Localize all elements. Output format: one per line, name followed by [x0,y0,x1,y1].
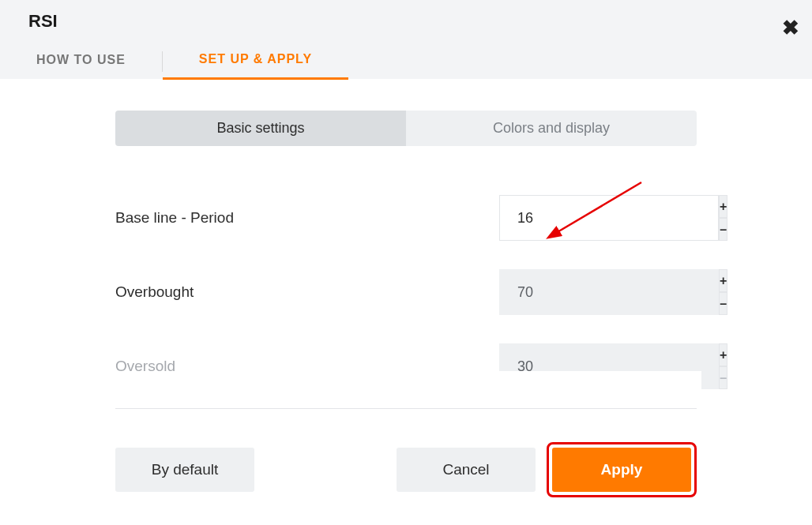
overbought-plus-button[interactable]: + [719,269,727,292]
overbought-label: Overbought [115,283,194,301]
tab-setup-apply[interactable]: SET UP & APPLY [163,44,348,80]
dialog-title: RSI [28,11,784,44]
by-default-button[interactable]: By default [115,448,254,492]
oversold-plus-button[interactable]: + [719,343,727,366]
tab-how-to-use[interactable]: HOW TO USE [28,45,162,78]
oversold-row-cutoff-overlay [118,371,701,390]
cancel-button[interactable]: Cancel [397,448,536,492]
settings-segmented: Basic settings Colors and display [115,111,697,146]
dialog-body: Basic settings Colors and display Base l… [0,79,812,497]
dialog-tabs: HOW TO USE SET UP & APPLY [28,44,784,79]
baseline-input[interactable] [499,195,719,241]
field-baseline-period: Base line - Period + – [115,195,697,241]
segment-basic-settings[interactable]: Basic settings [115,111,406,146]
overbought-stepper: + – [499,269,697,315]
actions-row: By default Cancel Apply [115,442,697,497]
dialog-header: RSI HOW TO USE SET UP & APPLY [0,0,812,79]
field-overbought: Overbought + – [115,269,697,315]
baseline-stepper: + – [499,195,697,241]
segment-colors-display[interactable]: Colors and display [406,111,697,146]
overbought-input[interactable] [499,269,719,315]
close-icon[interactable]: ✖ [782,16,799,40]
fields-divider [115,408,697,409]
apply-highlight: Apply [547,442,697,497]
baseline-plus-button[interactable]: + [719,195,727,218]
baseline-label: Base line - Period [115,209,234,227]
oversold-minus-button[interactable]: – [719,366,727,389]
apply-button[interactable]: Apply [552,448,691,492]
baseline-minus-button[interactable]: – [719,218,727,241]
overbought-minus-button[interactable]: – [719,292,727,315]
